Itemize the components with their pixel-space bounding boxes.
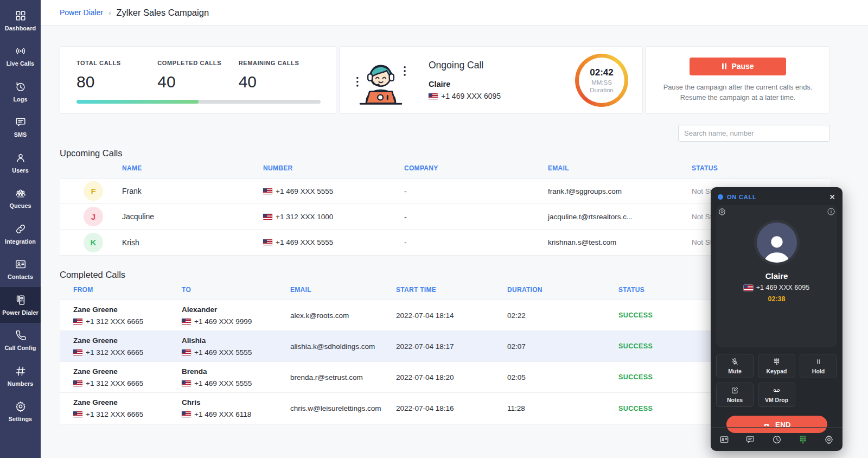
us-flag-icon — [744, 285, 753, 291]
caller-panel: Claire +1 469 XXX 6095 02:38 — [716, 205, 837, 347]
pause-icon — [722, 63, 727, 69]
pause-description-line1: Pause the campaign after the current cal… — [663, 82, 813, 93]
contact-company: - — [404, 238, 548, 246]
column-header: STATUS — [692, 164, 830, 172]
hold-button[interactable]: Hold — [800, 354, 837, 378]
avatar: K — [84, 233, 103, 252]
avatar: J — [84, 207, 103, 226]
notes-icon — [731, 386, 739, 395]
call-config-icon — [15, 329, 27, 341]
from-number: +1 312 XXX 6665 — [86, 317, 143, 326]
us-flag-icon — [263, 188, 272, 194]
contact-company: - — [404, 187, 548, 195]
sidebar-item-settings[interactable]: Settings — [0, 394, 41, 430]
start-time: 2022-07-04 18:16 — [396, 404, 507, 412]
history-icon[interactable] — [772, 435, 782, 444]
us-flag-icon — [182, 411, 191, 417]
settings-icon[interactable] — [824, 435, 834, 444]
widget-settings-icon[interactable] — [718, 207, 726, 218]
stat-label: REMAINING CALLS — [239, 60, 320, 66]
from-number: +1 312 XXX 6665 — [86, 379, 143, 387]
start-time: 2022-07-04 18:20 — [396, 373, 507, 381]
logs-icon — [15, 81, 27, 93]
sidebar-item-dashboard[interactable]: Dashboard — [0, 3, 41, 39]
ongoing-call-card: Ongoing Call Claire +1 469 XXX 6095 02:4… — [339, 46, 643, 114]
stat-total-calls: TOTAL CALLS 80 — [76, 60, 157, 91]
call-duration: 02:07 — [507, 342, 618, 351]
start-time: 2022-07-04 18:17 — [396, 342, 507, 351]
upcoming-calls-header: NAME NUMBER COMPANY EMAIL STATUS — [60, 158, 830, 178]
sidebar-item-label: Integration — [5, 238, 36, 245]
us-flag-icon — [73, 380, 82, 386]
campaign-stats-card: TOTAL CALLS 80 COMPLETED CALLS 40 REMAIN… — [60, 46, 336, 114]
dialpad-icon[interactable] — [798, 435, 808, 444]
column-header: EMAIL — [290, 286, 396, 294]
to-number: +1 469 XXX 6118 — [194, 410, 251, 418]
pause-button[interactable]: Pause — [690, 58, 786, 75]
column-header: EMAIL — [548, 164, 692, 172]
sidebar-item-power-dialer[interactable]: Power Dialer — [0, 287, 41, 323]
us-flag-icon — [182, 349, 191, 355]
to-name: Alexander — [182, 306, 290, 314]
dashboard-icon — [15, 10, 27, 22]
contact-email: krishnan.s@test.com — [548, 238, 692, 246]
caller-number: +1 469 XXX 6095 — [756, 284, 809, 291]
to-number: +1 469 XXX 5555 — [194, 379, 252, 387]
mute-button[interactable]: Mute — [716, 354, 754, 378]
timer-label: Duration — [590, 87, 613, 93]
call-timer: 02:38 — [768, 295, 786, 303]
contacts-icon — [15, 258, 27, 270]
us-flag-icon — [263, 239, 272, 245]
campaign-progress-bar — [76, 100, 321, 104]
sidebar-item-logs[interactable]: Logs — [0, 74, 41, 110]
sidebar-item-queues[interactable]: Queues — [0, 181, 41, 217]
search-input[interactable] — [678, 125, 830, 142]
sidebar-item-users[interactable]: Users — [0, 145, 41, 181]
sidebar-item-label: Contacts — [8, 273, 33, 280]
to-name: Brenda — [182, 367, 290, 376]
us-flag-icon — [73, 411, 82, 417]
contact-number: +1 469 XXX 5555 — [276, 187, 333, 195]
stat-remaining-calls: REMAINING CALLS 40 — [239, 60, 320, 91]
stat-completed-calls: COMPLETED CALLS 40 — [157, 60, 238, 91]
power-dialer-icon — [15, 294, 27, 306]
pause-campaign-card: Pause Pause the campaign after the curre… — [646, 46, 830, 114]
sidebar-item-integration[interactable]: Integration — [0, 216, 41, 252]
vm-drop-button[interactable]: VM Drop — [758, 383, 795, 407]
from-name: Zane Greene — [73, 398, 182, 406]
sidebar-item-live-calls[interactable]: Live Calls — [0, 39, 41, 74]
progress-fill — [76, 100, 199, 104]
sidebar-item-call-config[interactable]: Call Config — [0, 323, 41, 359]
sidebar-item-label: Settings — [9, 416, 32, 422]
us-flag-icon — [73, 349, 82, 355]
sidebar-item-numbers[interactable]: Numbers — [0, 358, 41, 394]
timer-unit: MM:SS — [591, 79, 612, 86]
integration-icon — [15, 223, 27, 235]
call-widget: ON CALL ✕ Claire +1 469 XXX 6095 02:38 M… — [711, 187, 843, 451]
stat-value: 80 — [76, 73, 157, 91]
us-flag-icon — [73, 319, 82, 325]
widget-footer — [711, 427, 843, 451]
notes-button[interactable]: Notes — [716, 383, 754, 407]
page-title: Zylker Sales Campaign — [116, 8, 209, 18]
close-icon[interactable]: ✕ — [829, 193, 835, 201]
sidebar-item-sms[interactable]: SMS — [0, 110, 41, 145]
ongoing-call-name: Claire — [429, 80, 575, 88]
sidebar-item-contacts[interactable]: Contacts — [0, 252, 41, 288]
call-duration: 11:28 — [507, 404, 618, 412]
info-icon[interactable] — [827, 207, 835, 218]
from-name: Zane Greene — [73, 336, 182, 345]
upcoming-calls-title: Upcoming Calls — [60, 148, 830, 158]
contact-name: Jacquline — [122, 212, 263, 221]
contact-number: +1 469 XXX 5555 — [276, 238, 333, 246]
chat-icon[interactable] — [745, 435, 755, 444]
avatar: F — [84, 181, 103, 201]
caller-name: Claire — [765, 271, 788, 281]
contact-card-icon[interactable] — [719, 435, 729, 444]
contact-email: brenda.r@setrust.com — [290, 373, 396, 381]
us-flag-icon — [182, 380, 191, 386]
keypad-button[interactable]: Keypad — [758, 354, 795, 378]
from-number: +1 312 XXX 6665 — [86, 348, 143, 357]
breadcrumb-parent-link[interactable]: Power Dialer — [60, 8, 103, 17]
top-bar: Power Dialer › Zylker Sales Campaign — [41, 0, 868, 26]
